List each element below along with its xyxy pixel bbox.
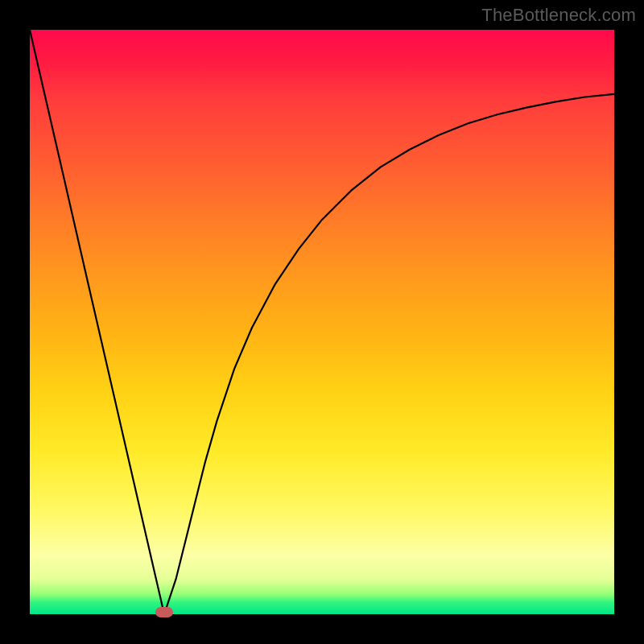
chart-marker xyxy=(155,607,173,617)
watermark-text: TheBottleneck.com xyxy=(481,5,636,26)
chart-frame: TheBottleneck.com xyxy=(0,0,644,644)
bottleneck-curve xyxy=(30,30,614,614)
chart-plot-area xyxy=(30,30,614,614)
chart-curve-svg xyxy=(30,30,614,614)
